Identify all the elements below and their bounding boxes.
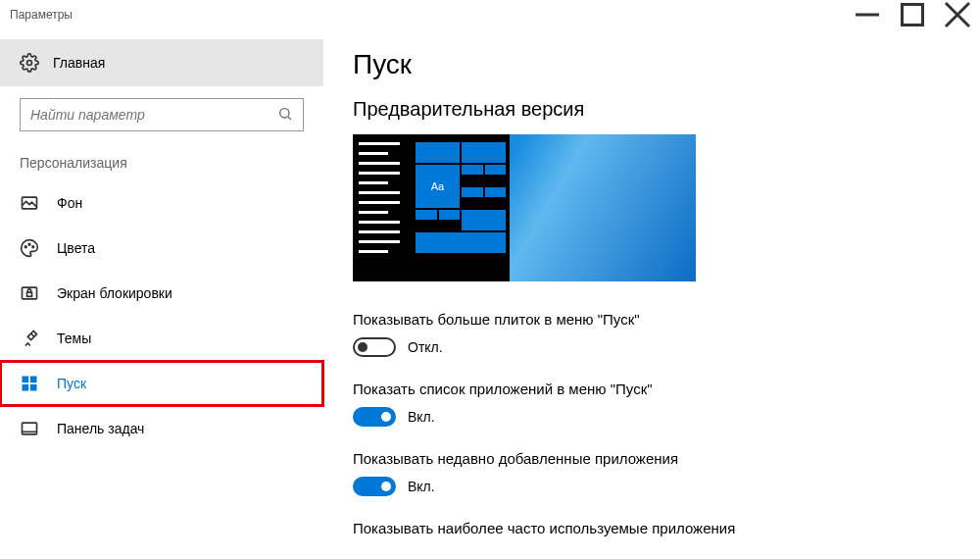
window-title: Параметры xyxy=(10,8,73,22)
setting-app-list: Показать список приложений в меню "Пуск"… xyxy=(353,381,941,427)
svg-point-10 xyxy=(32,246,34,248)
home-button[interactable]: Главная xyxy=(0,39,323,86)
svg-line-6 xyxy=(288,117,291,120)
sidebar-item-background[interactable]: Фон xyxy=(0,180,323,226)
svg-rect-16 xyxy=(30,384,37,391)
preview-app-list xyxy=(359,142,408,260)
sidebar-item-lockscreen[interactable]: Экран блокировки xyxy=(0,271,323,316)
section-title: Предварительная версия xyxy=(353,98,941,121)
minimize-button[interactable] xyxy=(845,0,890,29)
toggle-recent-apps[interactable] xyxy=(353,477,396,496)
sidebar-item-label: Панель задач xyxy=(57,421,144,436)
sidebar-item-label: Экран блокировки xyxy=(57,285,172,301)
setting-label: Показывать наиболее часто используемые п… xyxy=(353,520,941,536)
preview-tile-aa: Aa xyxy=(416,165,460,208)
sidebar-item-label: Фон xyxy=(57,195,82,211)
svg-rect-14 xyxy=(30,377,37,383)
palette-icon xyxy=(20,238,39,258)
svg-rect-15 xyxy=(23,384,29,391)
sidebar-item-taskbar[interactable]: Панель задач xyxy=(0,406,323,451)
category-label: Персонализация xyxy=(0,131,323,180)
close-button[interactable] xyxy=(935,0,980,29)
content-area: Пуск Предварительная версия xyxy=(323,29,980,559)
sidebar-item-themes[interactable]: Темы xyxy=(0,316,323,361)
sidebar-item-label: Пуск xyxy=(57,376,86,391)
svg-point-4 xyxy=(27,61,32,66)
start-preview[interactable]: Aa xyxy=(353,134,696,281)
svg-point-5 xyxy=(280,108,289,117)
svg-rect-12 xyxy=(27,292,32,296)
setting-label: Показать список приложений в меню "Пуск" xyxy=(353,381,941,397)
sidebar-item-label: Цвета xyxy=(57,240,95,256)
page-title: Пуск xyxy=(353,49,941,80)
sidebar-item-start[interactable]: Пуск xyxy=(0,361,323,406)
sidebar: Главная Персонализация Фон Цвета Экран б… xyxy=(0,29,323,559)
toggle-app-list[interactable] xyxy=(353,407,396,427)
setting-recent-apps: Показывать недавно добавленные приложени… xyxy=(353,450,941,496)
setting-most-used: Показывать наиболее часто используемые п… xyxy=(353,520,941,536)
search-box[interactable] xyxy=(20,98,304,131)
maximize-button[interactable] xyxy=(890,0,935,29)
lockscreen-icon xyxy=(20,283,39,303)
titlebar: Параметры xyxy=(0,0,980,29)
search-input[interactable] xyxy=(30,107,277,123)
picture-icon xyxy=(20,193,39,213)
svg-point-9 xyxy=(28,243,30,245)
svg-rect-13 xyxy=(23,377,29,383)
toggle-more-tiles[interactable] xyxy=(353,337,396,357)
setting-label: Показывать недавно добавленные приложени… xyxy=(353,450,941,467)
sidebar-item-colors[interactable]: Цвета xyxy=(0,226,323,271)
svg-rect-1 xyxy=(903,5,923,25)
start-icon xyxy=(20,374,39,393)
taskbar-icon xyxy=(20,419,39,438)
toggle-state-label: Откл. xyxy=(408,339,443,355)
sidebar-item-label: Темы xyxy=(57,330,91,346)
toggle-state-label: Вкл. xyxy=(408,479,435,494)
preview-start-panel: Aa xyxy=(353,134,510,281)
svg-point-8 xyxy=(24,246,26,248)
window-controls xyxy=(845,0,980,29)
home-label: Главная xyxy=(53,55,105,71)
preview-tiles: Aa xyxy=(416,142,506,253)
search-icon xyxy=(277,106,293,125)
setting-label: Показывать больше плиток в меню "Пуск" xyxy=(353,311,941,328)
themes-icon xyxy=(20,329,39,348)
toggle-state-label: Вкл. xyxy=(408,409,435,425)
setting-more-tiles: Показывать больше плиток в меню "Пуск" О… xyxy=(353,311,941,357)
gear-icon xyxy=(20,53,39,73)
